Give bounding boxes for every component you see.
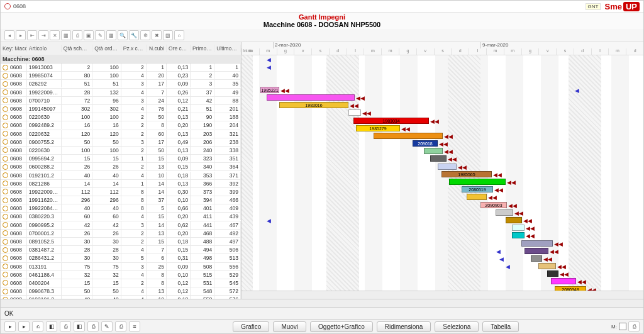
footer-icon-8[interactable]: ⎙ [115, 321, 126, 331]
table-row[interactable]: 0608 0990995.2 42 42 3 14 0,62 441 467 [1, 221, 241, 230]
toolbar-icon-14[interactable]: ▧ [163, 30, 173, 40]
toolbar-icon-7[interactable]: ▣ [84, 30, 94, 40]
gantt-bar[interactable] [496, 209, 513, 216]
table-row[interactable]: 0608 0600288.2 26 26 2 13 0,15 340 364 [1, 163, 241, 171]
toolbar-icon-6[interactable]: ⎙ [72, 30, 82, 40]
gantt-row[interactable]: ◀◀ [242, 109, 643, 116]
table-row[interactable]: 0608 199220093.3 28 132 4 7 0,26 37 49 [1, 89, 241, 97]
footer-button[interactable]: Muovi [273, 321, 306, 332]
col-ncubi[interactable]: N.cubi [147, 45, 167, 52]
gantt-row[interactable]: ◀◀ [242, 224, 643, 231]
table-row[interactable]: 0608 0381487.2 28 28 4 7 0,15 494 506 [1, 246, 241, 254]
col-primo[interactable]: Primo cubo [191, 45, 214, 52]
toolbar-icon-9[interactable]: ▦ [106, 30, 116, 40]
footer-button[interactable]: Oggetto+Grafico [310, 321, 373, 332]
gantt-row[interactable]: ◀◀ [242, 147, 643, 155]
gantt-bar[interactable] [525, 248, 548, 254]
gantt-bar[interactable] [551, 278, 576, 284]
gantt-row[interactable]: ◀◀ [242, 155, 643, 162]
table-row[interactable]: 0608 0891052.5 30 30 2 15 0,18 488 497 [1, 238, 241, 246]
m-checkbox[interactable] [619, 323, 626, 330]
gantt-row[interactable]: 2080519◀◀ [242, 186, 643, 193]
table-row[interactable]: 0608 0286431.2 30 30 5 6 0,31 498 513 [1, 254, 241, 262]
table-row[interactable]: 0608 19913003 2 100 2 1 0,13 1 1 [1, 64, 241, 72]
gantt-bar[interactable] [531, 255, 542, 262]
footer-icon-6[interactable]: ⎙ [87, 321, 99, 331]
gantt-bar[interactable]: 1983016 [279, 102, 348, 108]
gantt-bar[interactable]: 1985221 [260, 87, 279, 93]
table-row[interactable]: 0608 0992489.2 16 16 2 8 0,20 190 204 [1, 121, 241, 130]
footer-icon-2[interactable]: ⎌ [32, 321, 43, 331]
gantt-bar[interactable]: 1983034 [353, 118, 429, 124]
toolbar-icon-4[interactable]: ✕ [50, 30, 60, 40]
gantt-row[interactable]: 2080348◀◀ [242, 286, 643, 291]
gantt-bar[interactable]: 2080348 [555, 286, 586, 291]
toolbar-icon-13[interactable]: ✖ [152, 30, 162, 40]
footer-icon-7[interactable]: ✎ [101, 321, 113, 331]
gantt-row[interactable]: ◀◀ [242, 193, 643, 201]
gantt-row[interactable]: ◀◀ [242, 270, 643, 277]
gantt-row[interactable]: 1983016◀◀ [242, 101, 643, 109]
gantt-bar[interactable] [430, 155, 447, 162]
gantt-row[interactable] [242, 79, 643, 86]
footer-icon-3[interactable]: ◧ [46, 321, 57, 331]
toolbar-icon-2[interactable]: ⇤ [27, 30, 37, 40]
col-pz-cubo[interactable]: Pz.x cubo [121, 45, 147, 52]
gantt-row[interactable]: 1985565◀◀ [242, 170, 643, 178]
footer-button[interactable]: Grafico [233, 321, 269, 332]
gantt-bar[interactable] [512, 232, 525, 238]
toolbar-icon-3[interactable]: ⇥ [38, 30, 48, 40]
gantt-bar[interactable] [506, 217, 522, 223]
gantt-row[interactable]: ◀◀◀ [242, 262, 643, 270]
gantt-bar[interactable]: 2080519 [462, 186, 493, 192]
table-row[interactable]: 0608 0995694.2 15 15 1 15 0,09 323 351 [1, 155, 241, 163]
col-qta-ord[interactable]: Qtà ordinata [92, 45, 121, 52]
col-qta-sched[interactable]: Qtà schedulata [62, 45, 92, 52]
toolbar-icon-8[interactable]: ✎ [95, 30, 105, 40]
gantt-row[interactable]: ◀ [242, 55, 643, 63]
gantt-row[interactable]: ◀ [242, 63, 643, 70]
gantt-bar[interactable] [267, 94, 355, 101]
h-scrollbar[interactable] [242, 291, 643, 299]
footer-button[interactable]: Seleziona [435, 321, 479, 332]
table-row[interactable]: 0608 0821286 14 14 1 14 0,13 366 392 [1, 180, 241, 188]
table-row[interactable]: 0608 0220630 100 100 2 50 0,13 90 188 [1, 113, 241, 121]
table-row[interactable]: 0608 0400204 15 15 2 8 0,12 531 545 [1, 279, 241, 287]
table-row[interactable]: 0608 0700710 72 96 3 24 0,12 42 88 [1, 97, 241, 105]
toolbar-icon-0[interactable]: ◂ [4, 30, 14, 40]
toolbar-icon-12[interactable]: ⚙ [140, 30, 150, 40]
gantt-row[interactable]: ◀◀ [242, 209, 643, 216]
gantt-bar[interactable]: 2090903 [480, 202, 507, 208]
table-row[interactable]: 0608 013191 75 75 3 25 0,09 508 556 [1, 263, 241, 271]
gantt-row[interactable]: ◀◀ [242, 94, 643, 101]
group-header[interactable]: Macchine: 0608 [1, 55, 241, 64]
gantt-row[interactable] [242, 70, 643, 78]
gantt-row[interactable]: ◀◀◀ [242, 216, 643, 224]
gantt-row[interactable]: 209018◀◀ [242, 140, 643, 147]
col-ultimo[interactable]: Ultimo cubo [214, 45, 241, 52]
col-ore-cubo[interactable]: Ore cubo [167, 45, 191, 52]
gantt-bar[interactable] [547, 270, 558, 277]
gantt-bar[interactable] [512, 225, 525, 231]
footer-icon-4[interactable]: ⎙ [60, 321, 71, 331]
gantt-row[interactable]: ◀◀ [242, 163, 643, 170]
gantt-row[interactable]: ◀◀ [242, 277, 643, 285]
toolbar-icon-10[interactable]: 🔍 [118, 30, 128, 40]
gantt-bar[interactable]: 1985279 [356, 125, 400, 131]
gantt-row[interactable]: 1985221◀◀◀ [242, 86, 643, 94]
footer-icon-1[interactable]: ▸ [18, 321, 30, 331]
gantt-row[interactable]: 2090903◀◀ [242, 201, 643, 209]
footer-icon-0[interactable]: ▸ [4, 321, 16, 331]
table-row[interactable]: 0608 0192101.2 40 40 4 10 0,18 353 371 [1, 171, 241, 179]
grid-h-scrollbar[interactable] [1, 299, 643, 307]
gantt-bar[interactable] [424, 148, 443, 154]
gantt-row[interactable]: ◀◀ [242, 240, 643, 247]
table-row[interactable]: 0608 0220632 120 120 2 60 0,13 203 321 [1, 130, 241, 138]
toolbar-icon-5[interactable]: ▦ [61, 30, 71, 40]
table-row[interactable]: 0608 199220842.2 40 40 8 5 0,66 401 409 [1, 204, 241, 213]
col-key[interactable]: Key: Macchine [1, 45, 27, 52]
gantt-row[interactable]: ◀◀ [242, 231, 643, 239]
gantt-bar[interactable]: 1985565 [441, 171, 492, 177]
gantt-bar[interactable] [521, 240, 553, 247]
footer-print-icon[interactable]: ⎙ [628, 321, 640, 331]
